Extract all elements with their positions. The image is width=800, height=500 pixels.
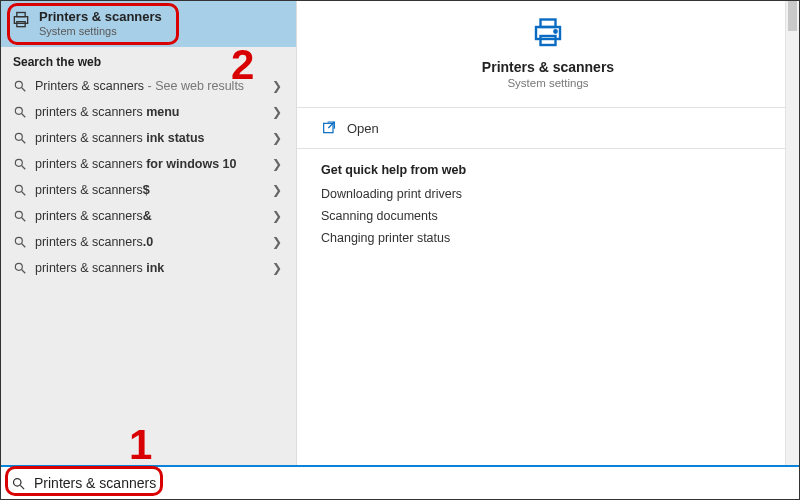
- vertical-scrollbar[interactable]: [785, 1, 799, 465]
- quick-help-title: Get quick help from web: [321, 163, 775, 177]
- search-text: Printers & scanners: [34, 475, 156, 491]
- svg-point-5: [15, 107, 22, 114]
- results-panel: Printers & scanners System settings Sear…: [1, 1, 296, 465]
- search-icon: [13, 131, 27, 145]
- best-match-text: Printers & scanners System settings: [39, 9, 162, 37]
- svg-line-10: [22, 166, 26, 170]
- scrollbar-thumb[interactable]: [788, 1, 797, 31]
- svg-rect-21: [541, 36, 556, 45]
- content-area: Printers & scanners System settings Sear…: [1, 1, 799, 465]
- svg-line-14: [22, 218, 26, 222]
- chevron-right-icon: ❯: [272, 183, 286, 197]
- svg-line-6: [22, 114, 26, 118]
- web-suggestion[interactable]: printers & scanners& ❯: [1, 203, 296, 229]
- svg-point-13: [15, 211, 22, 218]
- suggestion-text: printers & scanners menu: [35, 105, 264, 119]
- svg-point-25: [14, 478, 22, 486]
- chevron-right-icon: ❯: [272, 209, 286, 223]
- svg-point-22: [554, 30, 556, 32]
- search-icon: [13, 261, 27, 275]
- chevron-right-icon: ❯: [272, 261, 286, 275]
- svg-rect-2: [17, 22, 25, 27]
- search-icon: [13, 209, 27, 223]
- svg-point-7: [15, 133, 22, 140]
- best-match-item[interactable]: Printers & scanners System settings: [1, 1, 296, 47]
- web-suggestion[interactable]: printers & scanners.0 ❯: [1, 229, 296, 255]
- best-match-subtitle: System settings: [39, 25, 162, 37]
- detail-title: Printers & scanners: [482, 59, 614, 75]
- open-icon: [321, 120, 337, 136]
- chevron-right-icon: ❯: [272, 79, 286, 93]
- web-suggestion[interactable]: printers & scanners menu ❯: [1, 99, 296, 125]
- svg-point-17: [15, 263, 22, 270]
- quick-help-link[interactable]: Scanning documents: [321, 209, 775, 223]
- search-icon: [11, 476, 26, 491]
- web-suggestion[interactable]: printers & scanners ink ❯: [1, 255, 296, 281]
- svg-line-18: [22, 270, 26, 274]
- web-suggestion[interactable]: Printers & scanners - See web results ❯: [1, 73, 296, 99]
- start-search-window: Printers & scanners System settings Sear…: [0, 0, 800, 500]
- web-suggestion[interactable]: printers & scanners for windows 10 ❯: [1, 151, 296, 177]
- svg-line-4: [22, 88, 26, 92]
- detail-hero: Printers & scanners System settings: [297, 1, 799, 107]
- svg-point-15: [15, 237, 22, 244]
- suggestion-text: printers & scanners.0: [35, 235, 264, 249]
- suggestion-text: printers & scanners$: [35, 183, 264, 197]
- suggestion-text: printers & scanners for windows 10: [35, 157, 264, 171]
- suggestion-text: Printers & scanners - See web results: [35, 79, 264, 93]
- suggestion-text: printers & scanners ink status: [35, 131, 264, 145]
- quick-help-link[interactable]: Downloading print drivers: [321, 187, 775, 201]
- svg-point-9: [15, 159, 22, 166]
- svg-line-16: [22, 244, 26, 248]
- printer-icon: [11, 10, 31, 30]
- printer-icon: [530, 15, 566, 51]
- svg-line-8: [22, 140, 26, 144]
- quick-help-section: Get quick help from web Downloading prin…: [297, 149, 799, 263]
- detail-subtitle: System settings: [507, 77, 588, 89]
- web-section-label: Search the web: [1, 47, 296, 73]
- svg-line-26: [20, 485, 24, 489]
- suggestion-text: printers & scanners ink: [35, 261, 264, 275]
- svg-point-11: [15, 185, 22, 192]
- suggestion-text: printers & scanners&: [35, 209, 264, 223]
- web-suggestions-list: Printers & scanners - See web results ❯ …: [1, 73, 296, 281]
- quick-help-link[interactable]: Changing printer status: [321, 231, 775, 245]
- search-icon: [13, 157, 27, 171]
- chevron-right-icon: ❯: [272, 105, 286, 119]
- open-label: Open: [347, 121, 379, 136]
- chevron-right-icon: ❯: [272, 235, 286, 249]
- svg-point-3: [15, 81, 22, 88]
- web-suggestion[interactable]: printers & scanners$ ❯: [1, 177, 296, 203]
- search-icon: [13, 235, 27, 249]
- svg-line-12: [22, 192, 26, 196]
- search-icon: [13, 105, 27, 119]
- chevron-right-icon: ❯: [272, 131, 286, 145]
- search-icon: [13, 183, 27, 197]
- chevron-right-icon: ❯: [272, 157, 286, 171]
- search-icon: [13, 79, 27, 93]
- open-action[interactable]: Open: [297, 108, 799, 148]
- search-input[interactable]: Printers & scanners: [1, 465, 799, 499]
- detail-panel: Printers & scanners System settings Open…: [296, 1, 799, 465]
- best-match-title: Printers & scanners: [39, 9, 162, 24]
- web-suggestion[interactable]: printers & scanners ink status ❯: [1, 125, 296, 151]
